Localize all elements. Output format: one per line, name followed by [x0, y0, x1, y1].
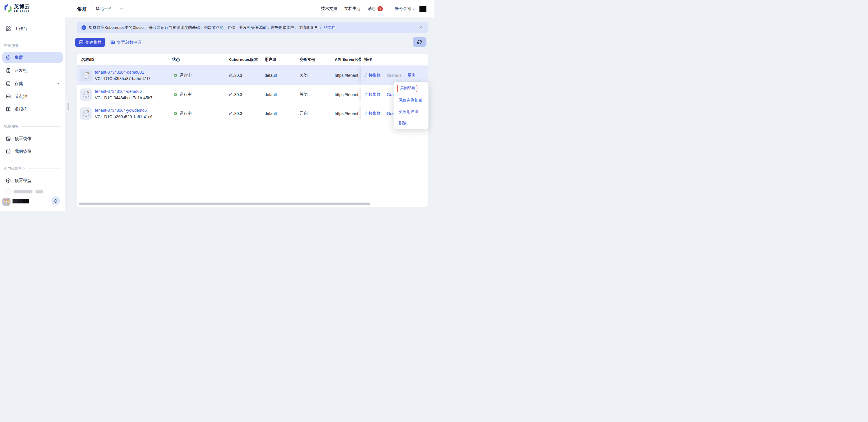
product-docs-link[interactable]: 产品文档 [320, 25, 335, 30]
sidebar-item-my-image[interactable]: 我的镜像 [2, 146, 63, 157]
user-area [0, 195, 65, 211]
version-cell: v1.30.3 [229, 111, 242, 116]
annotation-highlight-box: 调整配额 [397, 85, 417, 92]
cluster-name-cell: tenant-37343164-demo66 VCL-D1C-04434bce-… [95, 89, 153, 100]
sidebar-item-devmachine[interactable]: 开发机 [2, 65, 63, 76]
version-cell: v1.30.3 [229, 73, 242, 78]
group-cell: default [265, 73, 277, 78]
horizontal-scrollbar-thumb[interactable] [79, 202, 370, 205]
cluster-quota-request-link[interactable]: 集群总数申请 [110, 38, 142, 47]
connect-cluster-link[interactable]: 连接集群 [365, 111, 381, 116]
brand-text: 英博云 EB Cloud [14, 4, 30, 12]
connect-cluster-link[interactable]: 连接集群 [365, 92, 381, 97]
sidebar-item-storage[interactable]: 存储 [2, 78, 63, 89]
table-row: tenant-37343164-demo001 VCL-D1C-43f85a37… [77, 65, 428, 85]
faded-text [14, 190, 32, 193]
storage-icon [6, 81, 11, 86]
create-cluster-button[interactable]: 创建集群 [75, 38, 105, 47]
square-plus-icon [79, 40, 83, 44]
quota-request-label: 集群总数申请 [117, 40, 142, 45]
menu-item-label: 竞价实例配置 [399, 97, 422, 103]
cluster-hexagon-icon [82, 110, 90, 118]
username-redacted [12, 199, 29, 203]
cluster-name-link[interactable]: tenant-37343164-yqwdemo5 [95, 108, 153, 112]
app-root: 英博云 EB Cloud 工作台 容器服务 集群 [0, 0, 434, 211]
cluster-name-link[interactable]: tenant-37343164-demo001 [95, 70, 151, 74]
api-server-cell: https://tenant [335, 111, 361, 116]
column-header-actions: 操作 [364, 54, 372, 65]
sidebar-item-preset-model[interactable]: 预置模型 [2, 175, 63, 186]
api-server-cell: https://tenant [335, 92, 361, 97]
menu-item-change-group[interactable]: 更改用户组 [394, 106, 429, 118]
menu-item-label: 删除 [399, 121, 407, 126]
docs-link[interactable]: 文档中心 [344, 6, 361, 11]
cluster-name-cell: tenant-37343164-demo001 VCL-D1C-43f85a37… [95, 70, 151, 81]
running-status-icon [174, 93, 178, 97]
avatar[interactable] [2, 198, 10, 206]
menu-item-label: 更改用户组 [399, 109, 418, 115]
cluster-hexagon-icon [82, 91, 90, 99]
column-header-status: 状态 [172, 54, 180, 65]
faded-text [35, 190, 43, 193]
refresh-button[interactable] [413, 37, 427, 47]
sidebar-item-label: 节点池 [14, 94, 27, 99]
balance-label: 账号余额： [395, 6, 415, 11]
banner-close-icon[interactable]: ✕ [418, 24, 424, 31]
chevron-down-icon [120, 7, 123, 10]
sidebar-item-label: 开发机 [14, 68, 27, 73]
cluster-id: VCL-D1C-a260a520-1a61-41c6 [95, 115, 153, 119]
cluster-hexagon-icon [82, 72, 90, 79]
chevron-down-icon [56, 83, 59, 85]
cluster-icon [80, 69, 92, 82]
sidebar-scrollbar-thumb[interactable] [67, 103, 69, 110]
sidebar-item-label: 预置模型 [14, 178, 31, 183]
sidebar-item-workbench[interactable]: 工作台 [2, 23, 63, 34]
cluster-icon [80, 107, 92, 120]
menu-item-adjust-quota[interactable]: 调整配额 [394, 83, 429, 94]
region-select[interactable]: 华北一区 [91, 4, 127, 13]
connect-cluster-link[interactable]: 连接集群 [365, 73, 381, 78]
brand-logo-icon [4, 4, 12, 13]
cluster-name-link[interactable]: tenant-37343164-demo66 [95, 89, 153, 94]
menu-item-label: 调整配额 [399, 86, 415, 91]
faded-icon [6, 189, 10, 194]
sidebar-item-vm[interactable]: 虚拟机 [2, 104, 63, 115]
sidebar-item-label: 虚拟机 [14, 106, 27, 112]
sidebar-item-label: 存储 [14, 81, 23, 87]
support-link[interactable]: 技术支持 [321, 6, 337, 11]
column-header-spot: 竞价实例 [300, 54, 315, 65]
messages-badge: 4 [377, 6, 383, 11]
status-text: 运行中 [180, 111, 192, 116]
workbench-icon [6, 26, 11, 31]
grafana-link[interactable]: Grafana [387, 73, 402, 78]
group-cell: default [265, 92, 277, 97]
status-cell: 运行中 [174, 92, 192, 97]
account-balance: 账号余额： [395, 6, 427, 12]
node-pool-icon [6, 94, 11, 99]
sidebar-section-container: 容器服务 [4, 43, 61, 48]
spot-cell: 关闭 [300, 73, 308, 78]
sidebar-item-cluster[interactable]: 集群 [2, 52, 63, 63]
menu-item-spot-config[interactable]: 竞价实例配置 [394, 94, 429, 106]
table-row: tenant-37343164-demo66 VCL-D1C-04434bce-… [77, 85, 428, 104]
account-switcher-button[interactable] [52, 196, 60, 205]
cluster-name-cell: tenant-37343164-yqwdemo5 VCL-D1C-a260a52… [95, 108, 153, 119]
fixed-actions-header: 操作 [361, 54, 428, 65]
sidebar-item-preset-image[interactable]: 预置镜像 [2, 133, 63, 144]
api-server-cell: https://tenant [335, 73, 361, 78]
brand-logo: 英博云 EB Cloud [4, 4, 30, 13]
preset-image-icon [6, 136, 11, 141]
sidebar-item-nodepool[interactable]: 节点池 [2, 91, 63, 102]
spot-cell: 开启 [300, 111, 308, 116]
topbar-right: 技术支持 文档中心 消息 4 账号余额： [321, 0, 427, 18]
preset-model-icon [6, 178, 11, 183]
up-down-chevron-icon [54, 199, 57, 203]
column-header-group: 用户组 [265, 54, 277, 65]
menu-item-delete[interactable]: 删除 [394, 118, 429, 129]
cluster-id: VCL-D1C-43f85a37-ba5e-41f7 [95, 76, 151, 81]
messages-label: 消息 [368, 6, 376, 11]
section-label: 镜像服务 [4, 124, 19, 129]
messages-link[interactable]: 消息 4 [368, 6, 383, 11]
sidebar-item-label: 集群 [14, 55, 23, 60]
more-link[interactable]: 更多 [408, 73, 416, 78]
